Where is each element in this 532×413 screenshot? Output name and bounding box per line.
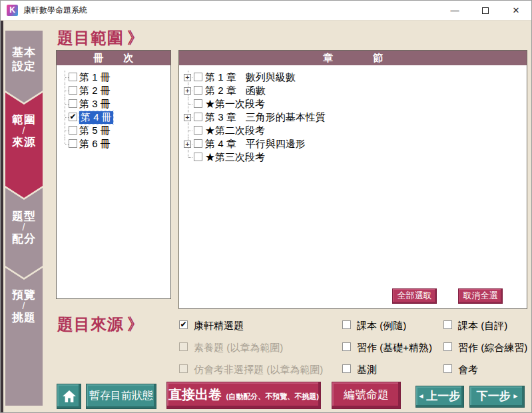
maximize-button[interactable]	[470, 1, 501, 20]
volume-checkbox[interactable]	[69, 126, 77, 135]
chapter-number: 第 3 章	[205, 111, 236, 123]
expand-plus-icon[interactable]	[184, 87, 191, 95]
volume-tree-row[interactable]: 第 3 冊	[57, 97, 170, 111]
chapter-number: 第 1 章	[205, 71, 236, 83]
source-column-2: 課本 (例隨)習作 (基礎+精熟)基測	[342, 320, 432, 386]
chapter-number: 第 2 章	[205, 85, 236, 96]
next-step-button[interactable]: 下一步 ▸	[469, 386, 525, 408]
source-label: 習作 (綜合練習)	[458, 342, 527, 353]
volume-checkbox[interactable]	[69, 113, 77, 121]
home-icon	[62, 390, 77, 403]
source-checkbox[interactable]	[443, 364, 452, 373]
volume-tree-row[interactable]: 第 2 冊	[57, 84, 170, 97]
chapter-checkbox[interactable]	[194, 73, 202, 81]
volume-checkbox[interactable]	[69, 139, 77, 148]
home-button[interactable]	[57, 384, 81, 409]
source-option[interactable]: 素養題 (以章為範圍)	[179, 342, 323, 364]
chapter-tree-row[interactable]: 第 1 章數列與級數	[179, 71, 527, 84]
expand-plus-icon[interactable]	[184, 141, 191, 148]
source-checkbox[interactable]	[342, 364, 351, 373]
chapter-label[interactable]: ★第三次段考	[205, 151, 265, 164]
expand-plus-icon[interactable]	[184, 114, 191, 121]
source-option[interactable]: 會考	[443, 364, 527, 386]
chapter-checkbox[interactable]	[194, 139, 202, 148]
app-window: K 康軒數學命題系統 — ✕ 基本設定 範圍/來源 題型/配分 預覽/挑題 題目…	[0, 0, 532, 413]
volume-tree-row[interactable]: 第 6 冊	[57, 137, 170, 151]
save-current-state-button[interactable]: 暫存目前狀態	[86, 384, 156, 409]
expand-plus-icon[interactable]	[184, 74, 191, 81]
volume-label[interactable]: 第 5 冊	[79, 125, 111, 137]
source-label: 課本 (例隨)	[357, 320, 406, 331]
volume-checkbox[interactable]	[69, 86, 77, 95]
maximize-icon	[482, 7, 489, 14]
source-option[interactable]: 課本 (自評)	[443, 320, 527, 342]
sidebar-tab-range-source[interactable]: 範圍/來源	[5, 93, 43, 198]
source-option[interactable]: 習作 (基礎+精熟)	[342, 342, 432, 364]
source-option[interactable]: 習作 (綜合練習)	[443, 342, 527, 364]
volume-panel-header: 冊 次	[57, 51, 170, 65]
chapter-list: 第 1 章數列與級數第 2 章函數★第一次段考第 3 章三角形的基本性質★第二次…	[179, 65, 527, 164]
volume-label[interactable]: 第 2 冊	[79, 85, 111, 97]
sidebar-tab-label-line: 來源	[5, 135, 43, 149]
chapter-checkbox[interactable]	[194, 86, 202, 95]
chapter-tree-row[interactable]: 第 4 章平行與四邊形	[179, 137, 527, 151]
chapter-tree-row[interactable]: ★第三次段考	[179, 151, 527, 164]
previous-step-button[interactable]: ◂ 上一步	[415, 386, 464, 408]
volume-tree-row[interactable]: 第 4 冊	[57, 111, 170, 124]
sidebar-tab-label-line: 預覽	[5, 288, 43, 302]
sidebar-tab-basic-settings[interactable]: 基本設定	[5, 31, 43, 103]
chapter-tree-row[interactable]: ★第二次段考	[179, 124, 527, 137]
sidebar-tab-question-type-points[interactable]: 題型/配分	[5, 188, 43, 278]
source-checkbox[interactable]	[179, 320, 188, 329]
deselect-all-button[interactable]: 取消全選	[458, 288, 503, 304]
chapter-label[interactable]: 第 1 章數列與級數	[205, 71, 296, 84]
volume-checkbox[interactable]	[69, 99, 77, 108]
volume-label[interactable]: 第 1 冊	[79, 71, 111, 84]
chapter-checkbox[interactable]	[194, 113, 202, 121]
volume-tree-row[interactable]: 第 5 冊	[57, 124, 170, 137]
source-checkbox	[179, 364, 188, 373]
chapter-label[interactable]: ★第一次段考	[205, 98, 265, 111]
chapter-tree-row[interactable]: 第 3 章三角形的基本性質	[179, 111, 527, 124]
sidebar-tab-label-line: /	[5, 127, 43, 135]
source-checkbox[interactable]	[342, 342, 351, 351]
chapter-panel: 章 節 第 1 章數列與級數第 2 章函數★第一次段考第 3 章三角形的基本性質…	[178, 50, 527, 309]
volume-checkbox[interactable]	[69, 73, 77, 81]
question-range-heading: 題目範圍》	[57, 27, 144, 49]
source-column-3: 課本 (自評)習作 (綜合練習)會考	[443, 320, 527, 386]
minimize-button[interactable]: —	[439, 1, 470, 20]
source-option[interactable]: 課本 (例隨)	[342, 320, 432, 342]
volume-label[interactable]: 第 3 冊	[79, 98, 111, 111]
direct-generate-exam-button[interactable]: 直接出卷 (自動配分、不預覽、不挑題)	[166, 382, 321, 409]
source-option[interactable]: 康軒精選題	[179, 320, 323, 342]
sidebar-tab-preview-pick[interactable]: 預覽/挑題	[5, 268, 43, 406]
chapter-title: 平行與四邊形	[246, 138, 306, 149]
chapter-checkbox[interactable]	[194, 153, 202, 161]
chapter-checkbox[interactable]	[194, 126, 202, 135]
select-all-button[interactable]: 全部選取	[392, 288, 437, 304]
volume-label[interactable]: 第 6 冊	[79, 138, 111, 151]
question-range-heading-text: 題目範圍	[57, 29, 124, 47]
source-label: 課本 (自評)	[458, 320, 507, 331]
chevron-glyph: 》	[127, 29, 144, 47]
chapter-checkbox[interactable]	[194, 99, 202, 108]
source-checkbox[interactable]	[342, 320, 351, 329]
volume-tree-row[interactable]: 第 1 冊	[57, 71, 170, 84]
close-button[interactable]: ✕	[501, 1, 531, 20]
source-checkbox[interactable]	[443, 342, 452, 351]
volume-label[interactable]: 第 4 冊	[79, 111, 113, 124]
left-arrow-icon: ◂	[419, 392, 423, 400]
sidebar-tab-label-line: 題型	[5, 209, 43, 223]
chapter-label[interactable]: 第 3 章三角形的基本性質	[205, 111, 326, 124]
chapter-label[interactable]: 第 2 章函數	[205, 85, 266, 97]
chapter-label[interactable]: 第 4 章平行與四邊形	[205, 138, 306, 151]
chapter-label[interactable]: ★第二次段考	[205, 125, 265, 137]
source-checkbox[interactable]	[443, 320, 452, 329]
numbered-question-button[interactable]: 編號命題	[332, 382, 401, 409]
chapter-tree-row[interactable]: ★第一次段考	[179, 97, 527, 111]
app-logo-icon: K	[7, 5, 18, 16]
previous-step-label: 上一步	[426, 390, 460, 402]
sidebar-tab-label-line: /	[5, 223, 43, 232]
window-controls: — ✕	[439, 1, 531, 20]
chapter-tree-row[interactable]: 第 2 章函數	[179, 84, 527, 97]
